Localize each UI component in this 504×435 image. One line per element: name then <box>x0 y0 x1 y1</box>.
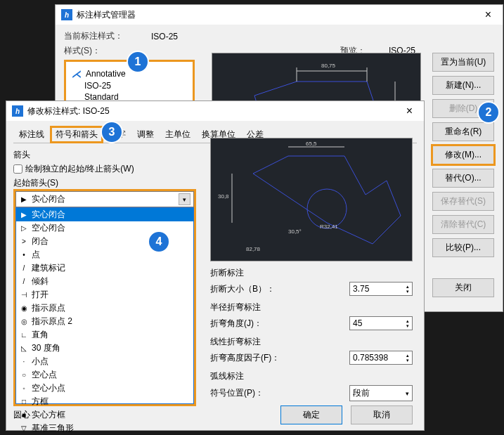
annotation-badge-2: 2 <box>477 101 500 124</box>
symbol-pos-label: 符号位置(P)： <box>210 387 345 399</box>
arrow-swatch-icon: ◦ <box>19 384 29 392</box>
jog-height-label: 折弯高度因子(F)： <box>210 352 345 364</box>
start-arrow-select[interactable]: ▶ 实心闭合 ▾ <box>15 191 194 207</box>
arrow-option[interactable]: ·小点 <box>16 355 193 368</box>
arrow-option[interactable]: ◦空心小点 <box>16 382 193 395</box>
styles-label: 样式(S)： <box>64 45 101 57</box>
arrow-option[interactable]: ▽基准三角形 <box>16 422 193 435</box>
arrow-option[interactable]: ◺30 度角 <box>16 342 193 355</box>
arrow-swatch-icon: • <box>19 251 29 259</box>
spinner-icon[interactable]: ▴▾ <box>406 318 409 328</box>
break-size-label: 折断大小（B）： <box>210 283 345 295</box>
cancel-button[interactable]: 取消 <box>351 405 413 424</box>
style-item[interactable]: ISO-25 <box>72 81 126 91</box>
arrow-option[interactable]: ◉指示原点 <box>16 301 193 315</box>
arc-group-label: 弧线标注 <box>210 370 413 382</box>
jog-group-label: 半径折弯标注 <box>210 301 413 313</box>
checkbox-input[interactable] <box>13 164 22 174</box>
arrows-group-label: 箭头 <box>13 149 196 161</box>
arrow-swatch-icon: ▶ <box>19 211 29 219</box>
arrow-preview-pane: 65,5 30,8 30,5° R32,41 82,78 <box>210 138 413 261</box>
jog-height-input[interactable]: 0.785398▴▾ <box>349 351 413 365</box>
arrow-option[interactable]: /建筑标记 <box>16 261 193 275</box>
arrow-swatch-icon: ▶ <box>19 195 29 203</box>
current-style-label: 当前标注样式： <box>64 30 123 42</box>
symbol-pos-select[interactable]: 段前▾ <box>349 385 413 401</box>
annotation-badge-1: 1 <box>127 51 149 73</box>
break-group-label: 折断标注 <box>210 267 413 279</box>
arrow-option[interactable]: □方框 <box>16 395 193 408</box>
annotation-badge-3: 3 <box>101 121 123 143</box>
start-arrow-label: 起始箭头(S) <box>13 177 196 189</box>
window-title: 修改标注样式: ISO-25 <box>27 105 110 117</box>
arrow-swatch-icon: ▷ <box>19 224 29 232</box>
arrow-swatch-icon: · <box>19 358 29 365</box>
modify-button[interactable]: 修改(M)... <box>432 145 494 164</box>
arrow-swatch-icon: □ <box>19 398 29 405</box>
annotation-badge-4: 4 <box>148 231 170 253</box>
tab-lines[interactable]: 标注线 <box>13 126 50 143</box>
tab-primary-units[interactable]: 主单位 <box>160 126 196 143</box>
svg-text:30,5°: 30,5° <box>288 228 302 235</box>
spinner-icon[interactable]: ▴▾ <box>406 353 409 363</box>
arrow-option[interactable]: ▶实心闭合 <box>16 208 193 221</box>
tab-fit[interactable]: 调整 <box>131 126 160 143</box>
arrow-swatch-icon: ⊣ <box>19 291 29 299</box>
save-override-button: 保存替代(S) <box>432 192 494 211</box>
jog-angle-label: 折弯角度(J)： <box>210 318 345 330</box>
style-item: ⋌Annotative <box>72 68 126 79</box>
arrow-swatch-icon: > <box>19 238 29 245</box>
arrow-option[interactable]: ○空心点 <box>16 368 193 382</box>
ok-button[interactable]: 确定 <box>280 405 342 424</box>
titlebar: h 修改标注样式: ISO-25 × <box>6 101 424 121</box>
tab-symbols-arrows[interactable]: 符号和箭头 <box>50 126 103 143</box>
arrow-swatch-icon: / <box>19 264 29 272</box>
arrow-option[interactable]: /倾斜 <box>16 275 193 288</box>
app-icon: h <box>61 9 72 20</box>
arrow-swatch-icon: ◎ <box>19 318 29 325</box>
jog-angle-input[interactable]: 45▴▾ <box>349 316 413 330</box>
annotative-icon: ⋌ <box>72 68 82 79</box>
arrow-swatch-icon: ◉ <box>19 304 29 312</box>
arrow-swatch-icon: ∟ <box>19 331 29 339</box>
break-size-input[interactable]: 3.75▴▾ <box>349 282 413 296</box>
svg-text:65,5: 65,5 <box>306 141 317 147</box>
arrow-swatch-icon: / <box>19 278 29 285</box>
rename-button[interactable]: 重命名(R) <box>432 122 494 141</box>
close-icon[interactable]: × <box>401 105 418 117</box>
dim-text: 80,75 <box>321 63 336 69</box>
separate-arrows-checkbox[interactable]: 绘制独立的起始/终止箭头(W) <box>13 163 196 175</box>
current-style-value: ISO-25 <box>151 32 178 41</box>
arrow-swatch-icon: ◺ <box>19 344 29 352</box>
svg-text:30,8: 30,8 <box>218 193 229 200</box>
linear-jog-group-label: 线性折弯标注 <box>210 336 413 348</box>
close-icon[interactable]: × <box>479 8 497 21</box>
window-title: 标注样式管理器 <box>77 9 136 21</box>
arrow-option[interactable]: ∟直角 <box>16 328 193 342</box>
close-button[interactable]: 关闭 <box>432 278 494 297</box>
clear-override-button: 清除替代(C) <box>432 215 494 234</box>
chevron-down-icon[interactable]: ▾ <box>179 193 190 205</box>
arrow-option[interactable]: ▷空心闭合 <box>16 221 193 235</box>
compare-button[interactable]: 比较(P)... <box>432 238 494 257</box>
arrow-option[interactable]: •点 <box>16 248 193 261</box>
arrow-swatch-icon: ○ <box>19 371 29 379</box>
spinner-icon[interactable]: ▴▾ <box>406 284 409 294</box>
arrow-option[interactable]: ◎指示原点 2 <box>16 315 193 328</box>
set-current-button[interactable]: 置为当前(U) <box>432 53 494 72</box>
svg-text:R32,41: R32,41 <box>320 223 338 230</box>
arrow-option[interactable]: ⊣打开 <box>16 288 193 301</box>
chevron-down-icon: ▾ <box>406 390 409 397</box>
svg-text:82,78: 82,78 <box>246 246 261 252</box>
app-icon: h <box>12 105 23 117</box>
button-column: 置为当前(U) 新建(N)... 删除(D) 重命名(R) 修改(M)... 替… <box>432 53 494 297</box>
modify-dimstyle-window: h 修改标注样式: ISO-25 × 标注线 符号和箭头 文字 调整 主单位 换… <box>6 100 425 431</box>
new-button[interactable]: 新建(N)... <box>432 76 494 95</box>
arrow-swatch-icon: ▽ <box>19 424 29 432</box>
titlebar: h 标注样式管理器 × <box>56 5 503 25</box>
override-button[interactable]: 替代(O)... <box>432 169 494 188</box>
